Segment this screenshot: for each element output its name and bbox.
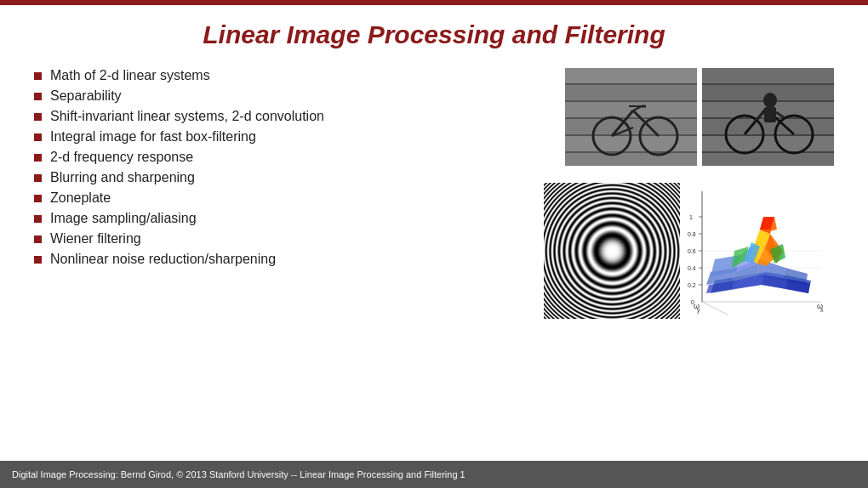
list-item: Math of 2-d linear systems: [34, 68, 511, 83]
bullet-list: Math of 2-d linear systemsSeparabilitySh…: [34, 68, 511, 267]
svg-point-36: [763, 93, 777, 108]
page-title: Linear Image Processing and Filtering: [34, 20, 834, 49]
bullet-icon: [34, 256, 42, 264]
svg-text:y: y: [697, 307, 700, 314]
list-item: Blurring and sharpening: [34, 170, 511, 185]
frequency-plot: ω y ω x: [685, 183, 834, 319]
footer-text: Digital Image Processing: Bernd Girod, ©…: [12, 469, 465, 479]
list-item: 2-d frequency response: [34, 150, 511, 165]
bullet-text: Math of 2-d linear systems: [50, 68, 210, 83]
bullet-icon: [34, 174, 42, 182]
bike-image-1: [565, 68, 697, 166]
bullet-icon: [34, 93, 42, 100]
list-item: Zoneplate: [34, 190, 511, 206]
svg-text:0: 0: [691, 299, 694, 305]
bullet-icon: [34, 154, 42, 162]
bullet-text: Shift-invariant linear systems, 2-d conv…: [50, 109, 324, 124]
top-images: [565, 68, 834, 166]
bullet-text: Nonlinear noise reduction/sharpening: [50, 252, 276, 267]
svg-text:0.8: 0.8: [688, 231, 696, 237]
list-item: Image sampling/aliasing: [34, 211, 511, 226]
svg-rect-25: [702, 136, 834, 151]
bullet-icon: [34, 195, 42, 202]
zoneplate-image: [544, 183, 680, 319]
bullet-text: Wiener filtering: [50, 231, 141, 247]
bullet-text: 2-d frequency response: [50, 150, 193, 165]
list-item: Nonlinear noise reduction/sharpening: [34, 252, 511, 267]
svg-text:1: 1: [689, 214, 693, 220]
content-area: Math of 2-d linear systemsSeparabilitySh…: [34, 68, 834, 452]
svg-rect-26: [702, 153, 834, 166]
svg-text:0.6: 0.6: [688, 248, 696, 254]
main-content: Linear Image Processing and Filtering Ma…: [0, 5, 868, 461]
bullet-text: Integral image for fast box-filtering: [50, 129, 256, 145]
svg-rect-21: [702, 68, 834, 83]
svg-rect-6: [565, 153, 697, 166]
bullet-icon: [34, 72, 42, 80]
bullet-icon: [34, 133, 42, 141]
svg-text:0.2: 0.2: [688, 282, 696, 288]
bullet-text: Separability: [50, 88, 122, 104]
svg-rect-2: [565, 85, 697, 100]
bullet-text: Image sampling/aliasing: [50, 211, 197, 226]
bullet-icon: [34, 113, 42, 121]
bike-image-2: [702, 68, 834, 166]
list-item: Shift-invariant linear systems, 2-d conv…: [34, 109, 511, 124]
list-item: Wiener filtering: [34, 231, 511, 247]
svg-text:0.4: 0.4: [688, 265, 696, 271]
bullet-icon: [34, 235, 42, 243]
list-item: Separability: [34, 88, 511, 104]
footer-bar: Digital Image Processing: Bernd Girod, ©…: [0, 461, 868, 488]
bottom-images: ω y ω x: [544, 183, 834, 319]
bullet-text: Blurring and sharpening: [50, 170, 195, 185]
right-column: ω y ω x: [528, 68, 834, 452]
svg-rect-37: [764, 107, 776, 122]
bullet-text: Zoneplate: [50, 190, 111, 206]
list-item: Integral image for fast box-filtering: [34, 129, 511, 145]
svg-rect-1: [565, 68, 697, 83]
bullet-icon: [34, 215, 42, 223]
svg-text:x: x: [820, 307, 824, 313]
left-column: Math of 2-d linear systemsSeparabilitySh…: [34, 68, 511, 452]
